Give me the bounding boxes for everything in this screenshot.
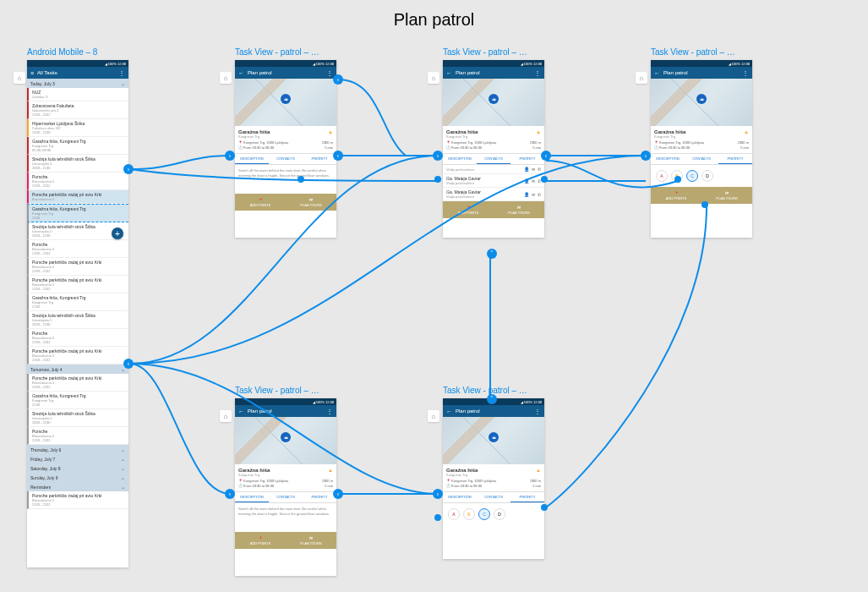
tab-priority[interactable]: PRIORITY xyxy=(303,492,336,502)
date-header[interactable]: Sunday, July 9⌄ xyxy=(27,473,128,482)
priority-c[interactable]: C xyxy=(686,170,698,182)
add-points-button[interactable]: 📍ADD POINTS xyxy=(235,532,286,549)
overflow-icon[interactable]: ⋮ xyxy=(118,69,125,77)
flow-node[interactable] xyxy=(434,176,441,183)
message-icon[interactable]: ✉ xyxy=(532,192,535,197)
overflow-icon[interactable]: ⋮ xyxy=(534,69,541,77)
contact-row[interactable]: Vodja poslovalnice 👤 ✉ ✆ xyxy=(443,165,544,174)
date-header[interactable]: Saturday, July 8⌄ xyxy=(27,463,128,473)
map-pin-icon[interactable]: ◉ xyxy=(281,94,291,104)
tab-contacts[interactable]: CONTACTS xyxy=(269,154,303,164)
back-icon[interactable]: ← xyxy=(238,70,244,76)
priority-d[interactable]: D xyxy=(494,508,505,520)
flow-node-in[interactable]: › xyxy=(641,151,651,161)
task-item[interactable]: NUZZaloška, 0 xyxy=(27,88,128,101)
frame-label[interactable]: Task View - patrol – … xyxy=(443,47,544,57)
task-item[interactable]: Srednja šola tehniških strok ŠiškaLitost… xyxy=(27,311,128,329)
map-pin-icon[interactable]: ◉ xyxy=(281,432,291,442)
task-item[interactable]: Garažna hiša, Kongresni TrgKongresni Trg… xyxy=(27,137,128,155)
task-item[interactable]: PorscheBravoslavina 52100 - 2102 xyxy=(27,240,128,258)
tab-contacts[interactable]: CONTACTS xyxy=(269,492,303,502)
tab-description[interactable]: DESCRIPTION xyxy=(443,154,477,164)
task-item[interactable]: Srednja šola tehniških strok ŠiškaLitost… xyxy=(27,409,128,427)
map-area[interactable]: ◉ xyxy=(443,417,544,464)
back-icon[interactable]: ← xyxy=(446,70,452,76)
priority-a[interactable]: A xyxy=(448,508,460,520)
task-item[interactable]: Srednja šola tehniških strok ŠiškaLitost… xyxy=(27,155,128,173)
task-item[interactable]: Zdravstvena FakultetaIsakotevčev pot 521… xyxy=(27,101,128,119)
flow-node-down[interactable]: ˄ xyxy=(487,249,497,259)
person-icon[interactable]: 👤 xyxy=(524,192,529,197)
menu-icon[interactable]: ≡ xyxy=(30,70,34,76)
task-item[interactable]: Garažna hiša, Kongresni TrgKongresni Trg… xyxy=(27,204,128,222)
plan-tours-button[interactable]: 🗺PLAN TOURS xyxy=(701,187,752,204)
frame-label[interactable]: Task View - patrol – … xyxy=(235,386,336,395)
task-item[interactable]: Garažna hiša, Kongresni TrgKongresni Trg… xyxy=(27,293,128,311)
tab-priority[interactable]: PRIORITY xyxy=(303,154,336,164)
contact-row[interactable]: Ga. Mateja GavtarVodja poslovalnice 👤 ✉ … xyxy=(443,188,544,201)
task-item[interactable]: Porsche parkirišče zadaj pri avto KrkiBr… xyxy=(27,276,128,293)
flow-node[interactable] xyxy=(541,504,548,511)
map-pin-icon[interactable]: ◉ xyxy=(489,94,499,104)
overflow-icon[interactable]: ⋮ xyxy=(742,69,749,77)
plan-tours-button[interactable]: 🗺PLAN TOURS xyxy=(286,194,336,211)
overflow-icon[interactable]: ⋮ xyxy=(326,408,333,415)
task-item[interactable]: Porsche parkirišče zadaj pri avto KrkiBr… xyxy=(27,190,128,204)
frame-label[interactable]: Android Mobile – 8 xyxy=(27,47,128,57)
task-item[interactable]: Hipermarket Ljubljana ŠiškaCekulova ulic… xyxy=(27,119,128,137)
add-points-button[interactable]: 📍ADD POINTS xyxy=(443,201,494,218)
task-item[interactable]: PorscheBravoslavina 52100 - 2102 xyxy=(27,427,128,445)
map-area[interactable]: ◉ xyxy=(651,79,752,126)
flow-node[interactable] xyxy=(298,176,304,183)
flow-node-out[interactable]: › xyxy=(333,74,343,85)
frame-label[interactable]: Task View - patrol – … xyxy=(235,47,336,57)
message-icon[interactable]: ✉ xyxy=(532,167,535,172)
overflow-icon[interactable]: ⋮ xyxy=(326,69,333,77)
date-header[interactable]: Reminders⌄ xyxy=(27,482,128,491)
fab-add[interactable]: + xyxy=(112,227,123,239)
map-area[interactable]: ◉ xyxy=(443,79,544,126)
person-icon[interactable]: 👤 xyxy=(524,167,529,172)
flow-node-in[interactable]: › xyxy=(433,489,443,499)
map-pin-icon[interactable]: ◉ xyxy=(489,432,499,442)
plan-tours-button[interactable]: 🗺PLAN TOURS xyxy=(286,532,336,549)
overflow-icon[interactable]: ⋮ xyxy=(534,408,541,415)
priority-c[interactable]: C xyxy=(478,508,490,520)
flow-node-in[interactable]: › xyxy=(225,151,235,161)
flow-node[interactable] xyxy=(701,201,708,208)
task-item[interactable]: PorscheBravoslavina 52100 - 2102 xyxy=(27,329,128,347)
task-item[interactable]: Porsche parkirišče zadaj pri avto KrkiBr… xyxy=(27,258,128,276)
date-header[interactable]: Tomorrow, July 4⌄ xyxy=(27,365,128,374)
tab-description[interactable]: DESCRIPTION xyxy=(235,154,269,164)
back-icon[interactable]: ← xyxy=(654,70,660,76)
tab-priority[interactable]: PRIORITY xyxy=(718,154,752,164)
tab-contacts[interactable]: CONTACTS xyxy=(685,154,718,164)
date-header[interactable]: Thursday, July 6⌄ xyxy=(27,445,128,454)
flow-node-out[interactable]: ‹ xyxy=(123,359,134,369)
tab-description[interactable]: DESCRIPTION xyxy=(235,492,269,502)
task-item[interactable]: Garažna hiša, Kongresni TrgKongresni Trg… xyxy=(27,392,128,409)
message-icon[interactable]: ✉ xyxy=(532,178,535,184)
flow-node-in[interactable]: › xyxy=(433,151,443,161)
tab-description[interactable]: DESCRIPTION xyxy=(651,154,685,164)
tab-contacts[interactable]: CONTACTS xyxy=(477,154,510,164)
date-header[interactable]: Today, July 3⌄ xyxy=(27,79,128,88)
plan-tours-button[interactable]: 🗺PLAN TOURS xyxy=(494,201,544,218)
priority-a[interactable]: A xyxy=(656,170,668,182)
flow-node-out[interactable]: ‹ xyxy=(541,151,551,161)
task-item[interactable]: Porsche parkirišče zadaj pri avto KrkiBr… xyxy=(27,347,128,365)
frame-label[interactable]: Task View - patrol – … xyxy=(651,47,752,57)
tab-description[interactable]: DESCRIPTION xyxy=(443,492,477,502)
flow-node-out[interactable]: › xyxy=(123,164,134,174)
priority-d[interactable]: D xyxy=(701,170,713,182)
flow-node-out[interactable]: ‹ xyxy=(333,489,343,499)
map-area[interactable]: ◉ xyxy=(235,417,336,464)
flow-node[interactable] xyxy=(674,176,681,183)
tab-priority[interactable]: PRIORITY xyxy=(510,154,544,164)
task-item[interactable]: Porsche parkirišče zadaj pri avto KrkiBr… xyxy=(27,491,128,509)
phone-icon[interactable]: ✆ xyxy=(538,167,541,172)
phone-icon[interactable]: ✆ xyxy=(538,192,541,197)
add-points-button[interactable]: 📍ADD POINTS xyxy=(651,187,701,204)
tab-priority[interactable]: PRIORITY xyxy=(510,492,544,502)
flow-node-up[interactable]: ˄ xyxy=(487,394,497,404)
